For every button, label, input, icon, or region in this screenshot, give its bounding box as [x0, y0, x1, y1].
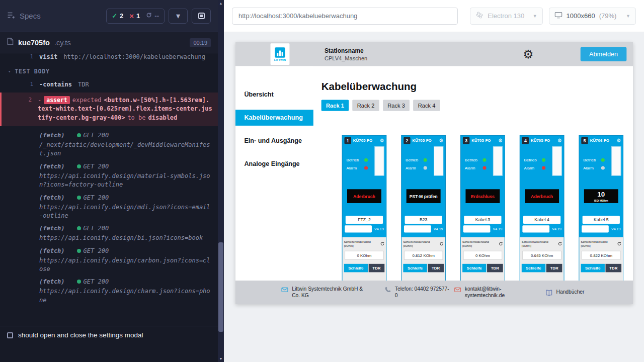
loop-resistance-label: Schleifenwiderstand [kOhm]	[403, 240, 438, 247]
status-display: 10 ISO MOhm	[584, 189, 618, 203]
status-text: Aderbruch	[353, 194, 375, 198]
refresh-icon[interactable]	[439, 240, 444, 247]
refresh-icon[interactable]	[557, 240, 562, 247]
refresh-icon[interactable]	[498, 240, 503, 247]
tab-rack-2[interactable]: Rack 2	[352, 100, 379, 111]
device-card-1: 1 KÜ705-FO ⚙ Betrieb Alarm	[342, 135, 386, 281]
book-icon	[545, 289, 552, 296]
test-stats[interactable]: ✓ 2 × 1 --	[106, 9, 165, 24]
viewport-icon	[554, 12, 562, 20]
card-model-label: KÜ706-FO	[590, 138, 609, 143]
tdr-button[interactable]: TDR	[605, 263, 621, 272]
fetch-log-entry[interactable]: (fetch) GET 200 https://api.iconify.desi…	[0, 191, 218, 222]
command-log: 1 visithttp://localhost:3000/kabelueberw…	[0, 53, 218, 326]
tdr-button[interactable]: TDR	[428, 263, 444, 272]
tdr-button[interactable]: TDR	[368, 263, 384, 272]
card-gear-icon[interactable]: ⚙	[557, 138, 561, 143]
card-number-badge: 3	[462, 137, 469, 144]
spec-file-row[interactable]: kue705fo .cy.ts 00:19	[0, 32, 218, 53]
schleife-button[interactable]: Schleife	[521, 263, 545, 272]
loop-resistance-value: 0.822 KOhm	[582, 250, 620, 259]
fetch-log-entry[interactable]: (fetch) GET 200 /_next/static/developmen…	[0, 128, 218, 159]
card-gear-icon[interactable]: ⚙	[616, 138, 621, 143]
footer-manuals-link[interactable]: Handbücher	[545, 289, 584, 296]
refresh-icon[interactable]	[617, 240, 621, 247]
footer-email[interactable]: kontakt@littwin-systemtechnik.de	[454, 286, 545, 299]
stop-run-button[interactable]	[192, 9, 211, 24]
schleife-button[interactable]: Schleife	[403, 263, 427, 272]
settings-gear-icon[interactable]: ⚙	[523, 48, 533, 60]
browser-select[interactable]: Electron 130 ▼	[470, 8, 542, 25]
betrieb-lamp	[482, 158, 486, 161]
version-field	[522, 225, 549, 232]
contains-command-line[interactable]: 1 -containsTDR	[0, 78, 218, 91]
betrieb-lamp	[601, 158, 604, 161]
fetch-url: https://api.iconify.design/mdi.json?icon…	[39, 203, 213, 221]
fetch-log-entry[interactable]: (fetch) GET 200 https://api.iconify.desi…	[0, 221, 218, 243]
visit-command-line[interactable]: 1 visithttp://localhost:3000/kabelueberw…	[0, 53, 218, 63]
alarm-label: Alarm	[464, 165, 475, 170]
reporter-scrollbar[interactable]: ▲ ▼	[218, 0, 224, 362]
status-ok-dot	[77, 226, 81, 230]
card-gear-icon[interactable]: ⚙	[498, 138, 502, 143]
tab-rack-1[interactable]: Rack 1	[321, 100, 349, 111]
fetch-url: https://api.iconify.design/material-symb…	[39, 172, 213, 190]
next-test-row[interactable]: should open and close the settings modal	[0, 326, 218, 362]
fetch-log-entry[interactable]: (fetch) GET 200 https://api.iconify.desi…	[0, 159, 218, 191]
spec-duration-badge: 00:19	[190, 38, 211, 47]
refresh-icon[interactable]	[380, 240, 384, 247]
status-ok-dot	[77, 249, 81, 253]
collapse-reporter-button[interactable]: ▾	[169, 9, 188, 24]
aut-stage: http://localhost:3000/kabelueberwachung …	[224, 0, 644, 362]
alarm-label: Alarm	[583, 165, 594, 170]
scroll-up-arrow[interactable]: ▲	[218, 2, 224, 5]
url-input[interactable]: http://localhost:3000/kabelueberwachung	[232, 8, 458, 25]
scrollbar-thumb[interactable]	[218, 242, 223, 332]
assert-text: to be	[127, 114, 145, 121]
alarm-label: Alarm	[524, 165, 534, 170]
sidebar-item-uebersicht[interactable]: Übersicht	[235, 86, 313, 103]
firmware-version: V4.19	[611, 227, 620, 231]
alarm-label: Alarm	[406, 165, 416, 170]
alarm-lamp	[601, 166, 604, 169]
stop-icon	[198, 13, 205, 19]
viewport-select[interactable]: 1000x660 (79%) ▼	[549, 8, 636, 25]
schleife-button[interactable]: Schleife	[462, 263, 486, 272]
aut-frame: LITTWIN Stationsname CPLV4_Maschen ⚙ Abm…	[235, 42, 633, 304]
fetch-log-entry[interactable]: (fetch) GET 200 https://api.iconify.desi…	[0, 275, 218, 306]
card-gear-icon[interactable]: ⚙	[438, 138, 443, 143]
sidebar-item-kabelueberwachung[interactable]: Kabelüberwachung	[235, 110, 313, 126]
spec-name: kue705fo	[18, 39, 50, 47]
loop-resistance-label: Schleifenwiderstand [kOhm]	[581, 240, 616, 247]
schleife-button[interactable]: Schleife	[581, 263, 604, 272]
electron-icon	[475, 11, 484, 21]
command-arg: http://localhost:3000/kabelueberwachung	[63, 53, 205, 60]
tdr-button[interactable]: TDR	[487, 263, 503, 272]
loop-resistance-value: 0.812 KOhm	[404, 250, 442, 259]
card-gear-icon[interactable]: ⚙	[379, 138, 384, 143]
fetch-log-entry[interactable]: (fetch) GET 200 https://api.iconify.desi…	[0, 244, 218, 275]
status-display: Aderbruch	[347, 189, 381, 203]
scroll-down-arrow[interactable]: ▼	[218, 357, 224, 360]
tdr-button[interactable]: TDR	[546, 263, 562, 272]
specs-menu-button[interactable]: Specs	[7, 11, 41, 21]
fetch-url: /_next/static/development/_devMiddleware…	[39, 141, 213, 158]
version-field	[463, 225, 490, 232]
status-ok-dot	[77, 164, 81, 168]
alarm-label: Alarm	[346, 165, 357, 170]
specs-menu-icon	[7, 11, 15, 21]
page-title: Kabelüberwachung	[321, 80, 632, 93]
tab-rack-4[interactable]: Rack 4	[413, 100, 440, 111]
sidebar-item-analoge-eingaenge[interactable]: Analoge Eingänge	[235, 156, 313, 172]
next-test-title: should open and close the settings modal	[18, 331, 143, 339]
sidebar-item-ein-und-ausgaenge[interactable]: Ein- und Ausgänge	[235, 133, 313, 149]
firmware-version: V4.19	[433, 227, 443, 231]
failed-assert-line[interactable]: 2 -assertexpected<button.w-[50%].h-[1.56…	[0, 93, 218, 126]
tab-rack-3[interactable]: Rack 3	[382, 100, 409, 111]
device-card-3: 3 KÜ705-FO ⚙ Betrieb Alarm	[460, 135, 505, 281]
logout-button[interactable]: Abmelden	[580, 47, 626, 61]
schleife-button[interactable]: Schleife	[344, 263, 367, 272]
test-body-section[interactable]: ▾ TEST BODY	[0, 63, 218, 78]
logo-building-icon	[275, 47, 285, 58]
cable-name: B23	[405, 216, 442, 224]
